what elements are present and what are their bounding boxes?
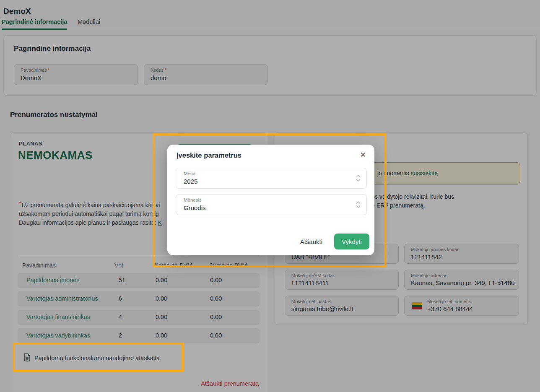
cancel-button[interactable]: Atšaukti: [300, 238, 322, 245]
stepper-icon[interactable]: [356, 174, 361, 184]
month-select[interactable]: Mėnesis Gruodis: [176, 194, 367, 215]
year-select[interactable]: Metai 2025: [176, 168, 367, 189]
stepper-icon[interactable]: [356, 200, 361, 210]
submit-button[interactable]: Vykdyti: [334, 234, 369, 249]
close-icon[interactable]: ✕: [360, 151, 366, 159]
parameters-modal: Įveskite parametrus ✕ Metai 2025 Mėnesis…: [167, 145, 374, 255]
app-root: DemoX Pagrindinė informacija Moduliai Pa…: [0, 0, 540, 392]
modal-title: Įveskite parametrus: [177, 151, 241, 159]
modal-actions: Atšaukti Vykdyti: [300, 234, 369, 249]
